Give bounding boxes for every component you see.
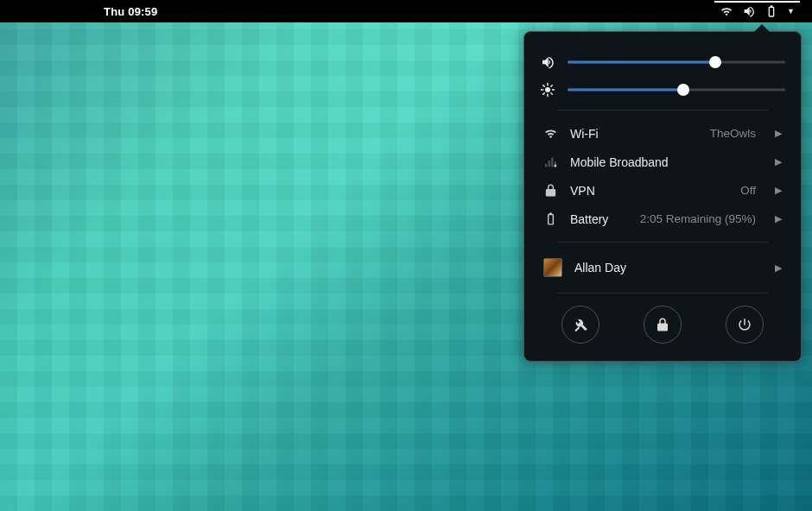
top-bar: Thu 09:59 ▼ xyxy=(0,0,812,22)
battery-item[interactable]: Battery 2:05 Remaining (95%) ▶ xyxy=(540,205,785,233)
battery-hint: 2:05 Remaining (95%) xyxy=(640,212,756,225)
vpn-hint: Off xyxy=(740,184,756,197)
tools-icon xyxy=(573,317,588,332)
wifi-icon xyxy=(543,126,558,141)
chevron-right-icon: ▶ xyxy=(775,128,782,139)
brightness-slider-row xyxy=(540,82,785,98)
action-buttons xyxy=(540,306,785,344)
vpn-item[interactable]: VPN Off ▶ xyxy=(540,176,785,205)
brightness-slider[interactable] xyxy=(568,84,785,96)
volume-icon xyxy=(742,4,756,18)
svg-point-0 xyxy=(545,87,550,92)
lock-icon xyxy=(543,183,558,198)
battery-icon xyxy=(764,4,778,18)
power-button[interactable] xyxy=(726,306,764,344)
system-menu-panel: Wi-Fi TheOwls ▶ Mobile Broadband ▶ VPN O… xyxy=(523,31,802,362)
chevron-right-icon: ▶ xyxy=(775,213,782,224)
lock-button[interactable] xyxy=(644,306,682,344)
volume-slider-row xyxy=(540,54,785,70)
cellular-icon xyxy=(543,155,558,169)
system-tray[interactable]: ▼ xyxy=(714,1,800,20)
brightness-icon xyxy=(540,82,555,98)
separator xyxy=(557,110,768,110)
mobile-broadband-item[interactable]: Mobile Broadband ▶ xyxy=(540,148,785,176)
separator xyxy=(557,242,768,243)
vpn-label: VPN xyxy=(570,184,728,198)
mobile-label: Mobile Broadband xyxy=(570,155,756,169)
clock: Thu 09:59 xyxy=(104,5,157,18)
wifi-icon xyxy=(720,4,733,18)
chevron-right-icon: ▶ xyxy=(775,156,782,167)
volume-icon xyxy=(540,54,555,70)
chevron-right-icon: ▶ xyxy=(775,262,782,274)
power-icon xyxy=(737,317,752,332)
separator xyxy=(557,293,768,293)
wifi-label: Wi-Fi xyxy=(570,127,698,141)
user-name: Allan Day xyxy=(574,261,756,274)
battery-icon xyxy=(543,211,558,226)
battery-label: Battery xyxy=(570,212,628,226)
wifi-hint: TheOwls xyxy=(710,127,756,140)
settings-button[interactable] xyxy=(561,306,599,344)
user-avatar xyxy=(543,258,562,277)
chevron-right-icon: ▶ xyxy=(775,185,782,196)
chevron-down-icon: ▼ xyxy=(787,7,795,16)
volume-slider[interactable] xyxy=(568,56,785,68)
lock-icon xyxy=(655,317,670,332)
wifi-item[interactable]: Wi-Fi TheOwls ▶ xyxy=(540,119,785,148)
user-item[interactable]: Allan Day ▶ xyxy=(540,251,785,284)
